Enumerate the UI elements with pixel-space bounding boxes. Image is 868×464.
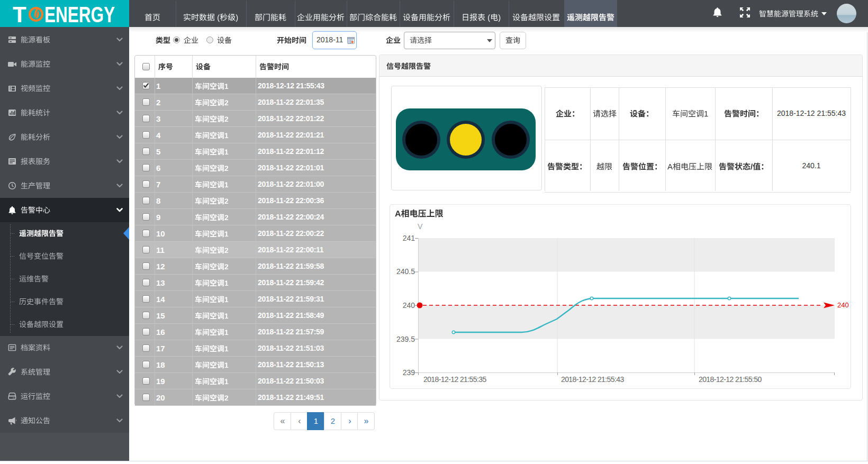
svg-text:2018-12-12 21:55:43: 2018-12-12 21:55:43 [561,375,624,384]
svg-text:240.5: 240.5 [396,267,415,276]
svg-text:239: 239 [403,368,415,377]
svg-text:2018-12-12 21:55:50: 2018-12-12 21:55:50 [699,375,762,384]
svg-text:241: 241 [403,234,415,242]
svg-text:T: T [13,3,26,25]
svg-text:240: 240 [837,301,849,309]
svg-text:2018-12-12 21:55:35: 2018-12-12 21:55:35 [423,375,486,384]
svg-text:V: V [418,222,423,231]
svg-text:239.5: 239.5 [396,335,415,343]
svg-text:ENERGY: ENERGY [44,3,115,25]
svg-text:240: 240 [403,301,415,310]
